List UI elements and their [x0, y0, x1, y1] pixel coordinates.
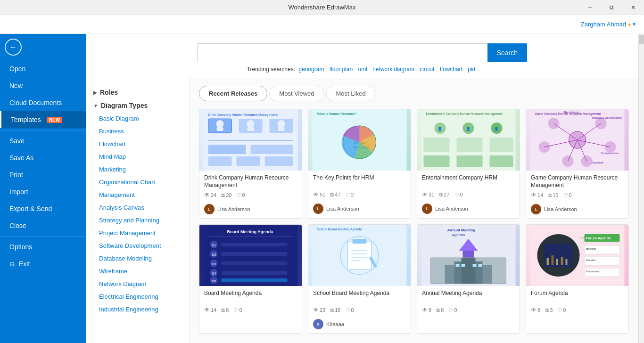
svg-rect-13	[208, 145, 246, 154]
template-thumb-7: Annual Meeting Agenda	[417, 225, 520, 286]
eye-icon-6: 👁	[313, 307, 319, 313]
stat-likes-4: ♡ 0	[563, 192, 572, 198]
template-card-6[interactable]: School Board Meeting Agenda	[308, 224, 411, 334]
stat-copies-2: ⧉ 47	[330, 192, 340, 198]
sidebar-item-exit[interactable]: ⊖ Exit	[0, 255, 86, 272]
template-card-7[interactable]: Annual Meeting Agenda	[417, 224, 520, 334]
svg-text:Forum Agenda: Forum Agenda	[586, 236, 611, 240]
author-name-6: Kiraaaa	[326, 321, 344, 327]
tab-recent-releases[interactable]: Recent Releases	[199, 86, 267, 101]
sidebar-item-saveas[interactable]: Save As	[0, 149, 86, 166]
sidebar-item-templates[interactable]: Templates NEW	[0, 111, 86, 128]
eye-icon-2: 👁	[313, 191, 319, 198]
roles-label: Roles	[100, 89, 118, 96]
template-card-4[interactable]: Game Company Human Resource Management	[526, 109, 629, 219]
user-dropdown-icon[interactable]: ▼	[632, 22, 636, 27]
tab-most-viewed[interactable]: Most Viewed	[269, 86, 324, 101]
cat-project[interactable]: Project Management	[86, 227, 189, 239]
tab-most-liked[interactable]: Most Liked	[326, 86, 376, 101]
search-input[interactable]	[197, 43, 487, 62]
trending-circuit[interactable]: circuit	[420, 66, 434, 73]
restore-button[interactable]: ⧉	[601, 0, 622, 15]
user-name[interactable]: Zargham Ahmad	[581, 21, 626, 28]
sidebar-item-open[interactable]: Open	[0, 60, 86, 77]
cat-software[interactable]: Software Development	[86, 239, 189, 252]
copy-icon-2: ⧉	[330, 192, 334, 198]
sidebar-item-import[interactable]: Import	[0, 183, 86, 200]
categories-panel: ▶ Roles ▼ Diagram Types Basic Diagram Bu…	[86, 78, 190, 343]
svg-rect-8	[248, 127, 254, 131]
trending-flowchart[interactable]: flowchart	[440, 66, 462, 73]
like-icon-8: ♡	[557, 307, 562, 313]
trending-network[interactable]: network diagram	[372, 66, 414, 73]
search-button[interactable]: Search	[487, 43, 527, 62]
trending-uml[interactable]: uml	[358, 66, 367, 73]
sidebar-item-save[interactable]: Save	[0, 132, 86, 149]
sidebar-item-options[interactable]: Options	[0, 238, 86, 255]
template-stats-7: 👁 8 ⧉ 8 ♡ 0	[422, 307, 515, 313]
sidebar-item-new[interactable]: New	[0, 77, 86, 94]
template-card-8[interactable]: Forum Agenda Meeting Session Discussion	[526, 224, 629, 334]
stat-views-2: 👁 51	[313, 191, 325, 198]
sidebar-item-print[interactable]: Print	[0, 166, 86, 183]
cat-marketing[interactable]: Marketing	[86, 163, 189, 176]
template-card-2[interactable]: What is Human Resource? Human Resource	[308, 109, 411, 219]
svg-rect-91	[463, 251, 474, 258]
cat-database[interactable]: Database Modeling	[86, 252, 189, 265]
cat-analysis[interactable]: Analysis Canvas	[86, 201, 189, 214]
sidebar-item-close[interactable]: Close	[0, 217, 86, 234]
diagram-types-section[interactable]: ▼ Diagram Types	[86, 99, 189, 112]
cat-network[interactable]: Network Diagram	[86, 278, 189, 290]
search-area: Search Trending searches: genogram floor…	[86, 34, 638, 78]
cat-wireframe[interactable]: Wireframe	[86, 265, 189, 278]
svg-text:05: 05	[212, 279, 216, 283]
roles-section[interactable]: ▶ Roles	[86, 86, 189, 99]
template-thumb-6: School Board Meeting Agenda	[308, 225, 411, 286]
template-info-6: School Board Meeting Agenda 👁 23 ⧉ 18	[308, 286, 411, 317]
like-icon-3: ♡	[454, 192, 459, 198]
template-title-5: Board Meeting Agenda	[204, 290, 297, 304]
cat-electrical[interactable]: Electrical Engineering	[86, 290, 189, 303]
author-name-3: Lisa Anderson	[435, 206, 468, 212]
cat-mind-map[interactable]: Mind Map	[86, 150, 189, 163]
author-name-2: Lisa Anderson	[326, 206, 359, 212]
copy-icon-6: ⧉	[330, 307, 334, 313]
cat-org-chart[interactable]: Organizational Chart	[86, 176, 189, 188]
cat-management[interactable]: Management	[86, 188, 189, 201]
template-author-2: L Lisa Anderson	[308, 202, 411, 218]
sidebar-item-export[interactable]: Export & Send	[0, 200, 86, 217]
trending-genogram[interactable]: genogram	[298, 66, 324, 73]
eye-icon-4: 👁	[531, 192, 537, 198]
copy-icon-1: ⧉	[221, 192, 225, 198]
cat-basic-diagram[interactable]: Basic Diagram	[86, 112, 189, 125]
cat-strategy[interactable]: Strategy and Planning	[86, 214, 189, 227]
like-icon-7: ♡	[448, 307, 453, 313]
minimize-button[interactable]: ─	[579, 0, 601, 15]
svg-rect-17	[265, 156, 293, 166]
search-row: Search	[197, 43, 527, 62]
cat-business[interactable]: Business	[86, 125, 189, 138]
author-name-4: Lisa Anderson	[544, 206, 577, 212]
cat-flowchart[interactable]: Flowchart	[86, 138, 189, 150]
diagram-types-label: Diagram Types	[101, 102, 148, 109]
template-card-1[interactable]: Drink Company Human Resource Management	[199, 109, 302, 219]
svg-rect-105	[552, 255, 554, 265]
template-card-3[interactable]: Entertainment Company Human Resource Man…	[417, 109, 520, 219]
close-button[interactable]: ✕	[622, 0, 644, 15]
trending-floorplan[interactable]: floor plan	[330, 66, 353, 73]
eye-icon-7: 👁	[422, 307, 428, 313]
content-area: Search Trending searches: genogram floor…	[86, 34, 638, 343]
svg-rect-69	[222, 261, 288, 265]
svg-text:👤: 👤	[438, 126, 442, 131]
sidebar-item-cloud[interactable]: Cloud Documents	[0, 94, 86, 111]
template-card-5[interactable]: Board Meeting Agenda 01 02 03	[199, 224, 302, 334]
template-stats-6: 👁 23 ⧉ 18 ♡ 0	[313, 307, 406, 313]
template-thumb-1: Drink Company Human Resource Management	[199, 109, 302, 171]
template-title-1: Drink Company Human Resource Management	[204, 174, 297, 189]
sidebar-back-button[interactable]: ←	[0, 34, 26, 60]
trending-pid[interactable]: pid	[468, 66, 475, 73]
cat-industrial[interactable]: Industrial Engineering	[86, 303, 189, 316]
eye-icon-8: 👁	[531, 307, 537, 313]
scrollbar-thumb[interactable]	[639, 35, 644, 44]
sidebar-divider-2	[0, 236, 86, 237]
